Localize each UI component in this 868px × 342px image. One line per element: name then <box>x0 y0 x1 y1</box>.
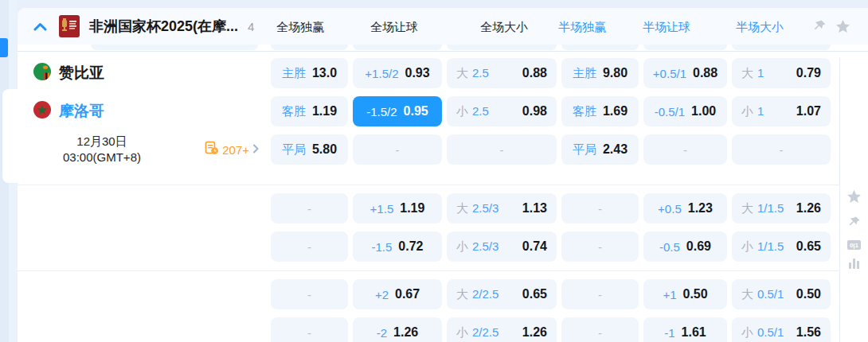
odds-cell-empty[interactable]: - <box>643 134 727 165</box>
tab-fulltime-1x2[interactable]: 全场独赢 <box>272 20 328 35</box>
chevron-right-icon <box>252 142 259 157</box>
odds-cell-ft-draw[interactable]: 平局5.80 <box>271 134 348 165</box>
odds-cell-ft-under[interactable]: 小2.5/30.74 <box>447 231 557 262</box>
league-header: 非洲国家杯2025(在摩... 4 全场独赢 全场让球 全场大小 半场独赢 半场… <box>18 8 868 45</box>
odds-cell-empty[interactable]: - <box>561 279 639 309</box>
star-pin-icon[interactable] <box>835 19 850 33</box>
corner-score-icon[interactable]: 0|1 <box>847 240 861 250</box>
odds-cell-ft-hdp[interactable]: -1.50.72 <box>353 231 442 262</box>
match-date: 12月30日 <box>38 134 166 150</box>
match-datetime: 12月30日 03:00(GMT+8) <box>33 134 166 166</box>
home-team-name: 赞比亚 <box>59 63 104 84</box>
home-team-row[interactable]: 赞比亚 <box>18 58 271 88</box>
section-divider <box>18 270 839 271</box>
away-team-row[interactable]: 摩洛哥 <box>18 96 271 126</box>
match-info-column: 赞比亚 摩洛哥 12月30日 03:00(GMT+8) 207+ <box>18 58 271 173</box>
odds-cell-ft-hdp[interactable]: +20.67 <box>353 279 442 309</box>
main-odds-grid: 主胜13.0 +1.5/20.93 大2.50.88 主胜9.80 +0.5/1… <box>271 58 831 173</box>
odds-cell-ft-home[interactable]: 主胜13.0 <box>271 58 348 88</box>
odds-cell-empty[interactable]: - <box>561 231 639 262</box>
odds-cell-ht-away[interactable]: 客胜1.69 <box>561 96 639 126</box>
odds-cell-empty[interactable]: - <box>271 279 348 309</box>
odds-cell-empty[interactable]: - <box>561 317 639 342</box>
match-time: 03:00(GMT+8) <box>38 150 166 165</box>
home-team-flag-icon <box>33 63 51 84</box>
empty-info-column <box>18 279 271 342</box>
tab-fulltime-handicap[interactable]: 全场让球 <box>366 20 422 35</box>
alt-odds-grid-1: - +1.51.19 大2.5/31.13 - +0.51.23 大1/1.51… <box>271 193 831 262</box>
odds-cell-ht-hdp[interactable]: +10.50 <box>643 279 727 309</box>
markets-history-icon <box>205 141 219 158</box>
odds-cell-ft-over[interactable]: 大2.50.88 <box>447 58 557 88</box>
odds-cell-ht-over[interactable]: 大0.5/10.50 <box>732 279 831 309</box>
league-title[interactable]: 非洲国家杯2025(在摩... <box>89 17 238 36</box>
tab-fulltime-overunder[interactable]: 全场大小 <box>476 20 532 35</box>
favorite-star-icon[interactable] <box>846 189 862 207</box>
odds-cell-ht-draw[interactable]: 平局2.43 <box>561 134 639 165</box>
stats-chart-icon[interactable] <box>849 258 859 269</box>
scrolled-row-peek <box>18 45 868 58</box>
main-odds-section: 赞比亚 摩洛哥 12月30日 03:00(GMT+8) 207+ <box>18 58 868 173</box>
odds-cell-ft-hdp[interactable]: +1.51.19 <box>353 193 442 223</box>
odds-cell-empty[interactable]: - <box>561 193 639 223</box>
away-team-name: 摩洛哥 <box>59 101 104 122</box>
odds-cell-ft-over[interactable]: 大2/2.50.65 <box>447 279 557 309</box>
odds-cell-ht-under[interactable]: 小1/1.50.65 <box>732 231 831 262</box>
away-team-flag-icon <box>33 101 51 122</box>
odds-cell-ht-hdp-home[interactable]: +0.5/10.88 <box>643 58 727 88</box>
more-markets-count: 207+ <box>222 143 249 157</box>
odds-cell-empty[interactable]: - <box>271 193 348 223</box>
odds-cell-ft-over[interactable]: 大2.5/31.13 <box>447 193 557 223</box>
league-card: 非洲国家杯2025(在摩... 4 全场独赢 全场让球 全场大小 半场独赢 半场… <box>18 8 868 342</box>
odds-cell-ht-hdp[interactable]: -11.61 <box>643 317 727 342</box>
more-markets-link[interactable]: 207+ <box>205 141 259 158</box>
match-meta-row: 12月30日 03:00(GMT+8) 207+ <box>18 134 271 165</box>
alt-lines-section-2: - +20.67 大2/2.50.65 - +10.50 大0.5/10.50 … <box>18 279 868 342</box>
odds-cell-ht-under[interactable]: 小11.07 <box>732 96 831 126</box>
odds-cell-ft-hdp[interactable]: -21.26 <box>353 317 442 342</box>
background-card-edge <box>2 89 18 183</box>
odds-cell-empty[interactable]: - <box>271 231 348 262</box>
collapse-chevron-up-icon[interactable] <box>33 22 47 31</box>
odds-cell-ft-hdp-home[interactable]: +1.5/20.93 <box>353 58 442 88</box>
header-divider <box>18 51 868 52</box>
odds-cell-empty[interactable]: - <box>353 134 442 165</box>
odds-cell-ht-hdp[interactable]: +0.51.23 <box>643 193 727 223</box>
pushpin-icon[interactable] <box>813 19 827 33</box>
tab-halftime-overunder[interactable]: 半场大小 <box>732 20 788 35</box>
odds-cell-ft-away[interactable]: 客胜1.19 <box>271 96 348 126</box>
odds-cell-empty[interactable]: - <box>447 134 557 165</box>
odds-cell-ft-under[interactable]: 小2.50.98 <box>447 96 557 126</box>
section-divider <box>18 185 839 185</box>
league-logo-icon <box>59 15 80 37</box>
odds-cell-ht-hdp[interactable]: -0.50.69 <box>643 231 727 262</box>
odds-cell-empty[interactable]: - <box>271 317 348 342</box>
alt-lines-section-1: - +1.51.19 大2.5/31.13 - +0.51.23 大1/1.51… <box>18 193 868 262</box>
odds-cell-ht-over[interactable]: 大1/1.51.26 <box>732 193 831 223</box>
odds-cell-ht-home[interactable]: 主胜9.80 <box>561 58 639 88</box>
odds-cell-ht-hdp-away[interactable]: -0.5/11.00 <box>643 96 727 126</box>
pin-match-icon[interactable] <box>848 216 861 231</box>
alt-odds-grid-2: - +20.67 大2/2.50.65 - +10.50 大0.5/10.50 … <box>271 279 831 342</box>
scroll-accent <box>0 38 8 57</box>
tab-halftime-handicap[interactable]: 半场让球 <box>639 20 694 35</box>
odds-cell-ft-hdp-away-selected[interactable]: -1.5/20.95 <box>353 96 442 126</box>
tab-halftime-1x2[interactable]: 半场独赢 <box>554 20 610 35</box>
page-left-edge <box>0 0 18 342</box>
odds-cell-ft-under[interactable]: 小2/2.51.26 <box>447 317 557 342</box>
odds-cell-empty[interactable]: - <box>732 134 831 165</box>
match-count: 4 <box>248 20 254 33</box>
empty-info-column <box>18 193 271 262</box>
match-tools-rail: 0|1 <box>839 58 868 342</box>
odds-cell-ht-under[interactable]: 小0.5/11.56 <box>732 317 831 342</box>
odds-cell-ht-over[interactable]: 大10.79 <box>732 58 831 88</box>
